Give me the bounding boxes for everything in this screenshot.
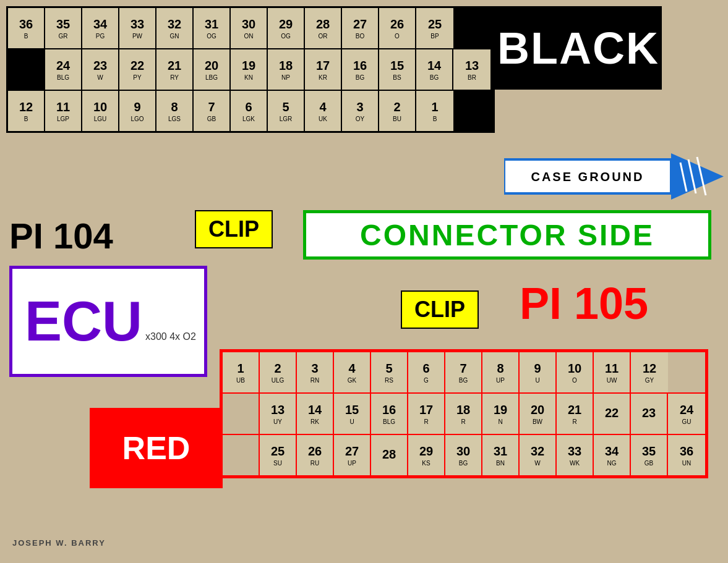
pin-cell-red-11: 11UW: [594, 352, 631, 392]
pin-cell-red-32: 32W: [520, 435, 557, 475]
pin-cell-red-1: 1UB: [223, 352, 260, 392]
pin-cell-red-26: 26RU: [297, 435, 334, 475]
ecu-text: ECU: [25, 290, 142, 353]
pin-cell-black-18: 18NP: [268, 49, 305, 90]
pin-cell-red-13: 13UY: [260, 394, 297, 434]
pin-cell-red-25: 25SU: [260, 435, 297, 475]
pin-cell-black-17: 17KR: [305, 49, 342, 90]
pin-cell-black-8: 8LGS: [156, 91, 194, 131]
pin-cell-red-8: 8UP: [482, 352, 520, 392]
pin-cell-red-31: 31BN: [482, 435, 520, 475]
pin-cell-black-16: 16BG: [342, 49, 379, 90]
pin-cell-black-6: 6LGK: [231, 91, 268, 131]
pin-cell-black-28: 28OR: [305, 8, 342, 48]
pin-cell-black-33: 33PW: [119, 8, 156, 48]
pin-cell-red-27: 27UP: [334, 435, 371, 475]
empty-cell: [8, 49, 45, 90]
pin-cell-black-12: 12B: [8, 91, 45, 131]
pin-cell-red-36: 36UN: [668, 435, 705, 475]
case-ground-arrow-svg: CASE GROUND: [504, 153, 724, 200]
pin-cell-red-18: 18R: [445, 394, 482, 434]
black-connector-row-1: 24BLG23W22PY21RY20LBG19KN18NP17KR16BG15B…: [8, 49, 493, 91]
svg-text:CASE GROUND: CASE GROUND: [531, 170, 644, 184]
pin-cell-red-23: 23: [631, 394, 668, 434]
pin-cell-red-7: 7BG: [445, 352, 482, 392]
red-connector-row-2: 25SU26RU27UP2829KS30BG31BN32W33WK34NG35G…: [223, 435, 705, 475]
pin-cell-black-4: 4UK: [305, 91, 342, 131]
pin-cell-black-32: 32GN: [156, 8, 194, 48]
pin-cell-black-26: 26O: [379, 8, 416, 48]
pin-cell-black-21: 21RY: [156, 49, 194, 90]
pin-cell-red-34: 34NG: [594, 435, 631, 475]
pin-cell-black-30: 30ON: [231, 8, 268, 48]
pin-cell-red-16: 16BLG: [371, 394, 408, 434]
pin-cell-black-19: 19KN: [231, 49, 268, 90]
pin-cell-black-34: 34PG: [82, 8, 119, 48]
pin-cell-black-24: 24BLG: [45, 49, 82, 90]
clip-bottom: CLIP: [401, 290, 479, 329]
pin-cell-red-29: 29KS: [408, 435, 445, 475]
pin-cell-red-6: 6G: [408, 352, 445, 392]
pin-cell-red-15: 15U: [334, 394, 371, 434]
red-connector-row-0: 1UB2ULG3RN4GK5RS6G7BG8UP9U10O11UW12GY: [223, 352, 705, 394]
pin-cell-red-21: 21R: [557, 394, 594, 434]
clip-bottom-text: CLIP: [414, 297, 465, 322]
pin-cell-black-7: 7GB: [194, 91, 231, 131]
black-connector: 36B35GR34PG33PW32GN31OG30ON29OG28OR27BO2…: [6, 6, 495, 133]
pin-cell-red-19: 19N: [482, 394, 520, 434]
pin-cell-black-22: 22PY: [119, 49, 156, 90]
pi105-text: PI 105: [520, 279, 648, 328]
pin-cell-red-33: 33WK: [557, 435, 594, 475]
pin-cell-red-3: 3RN: [297, 352, 334, 392]
pin-cell-red-20: 20BW: [520, 394, 557, 434]
pin-cell-black-23: 23W: [82, 49, 119, 90]
pin-cell-black-5: 5LGR: [268, 91, 305, 131]
black-label-text: BLACK: [497, 23, 659, 74]
black-label: BLACK: [495, 6, 662, 90]
pi105-label: PI 105: [520, 278, 648, 329]
pin-cell-black-2: 2BU: [379, 91, 416, 131]
pin-cell-red-35: 35GB: [631, 435, 668, 475]
ecu-sub-text: x300 4x O2: [145, 331, 196, 342]
pin-cell-black-35: 35GR: [45, 8, 82, 48]
case-ground-container: CASE GROUND: [504, 153, 724, 200]
pi104-text: PI 104: [9, 216, 113, 256]
red-label-text: RED: [122, 430, 191, 467]
pin-cell-black-13: 13BR: [453, 49, 490, 90]
pin-cell-black-25: 25BP: [416, 8, 453, 48]
pin-cell-black-9: 9LGO: [119, 91, 156, 131]
author-text: JOSEPH W. BARRY: [12, 538, 106, 548]
pin-cell-red-4: 4GK: [334, 352, 371, 392]
pin-cell-red-2: 2ULG: [260, 352, 297, 392]
pin-cell-red-17: 17R: [408, 394, 445, 434]
pin-cell-red-30: 30BG: [445, 435, 482, 475]
connector-side-box: CONNECTOR SIDE: [303, 210, 711, 260]
pin-cell-black-36: 36B: [8, 8, 45, 48]
clip-top-text: CLIP: [208, 216, 259, 242]
ecu-box: ECU x300 4x O2: [9, 266, 207, 377]
pi104-label: PI 104: [9, 215, 113, 256]
pin-cell-red-5: 5RS: [371, 352, 408, 392]
pin-cell-red-12: 12GY: [631, 352, 668, 392]
black-connector-row-0: 36B35GR34PG33PW32GN31OG30ON29OG28OR27BO2…: [8, 8, 493, 49]
pin-cell-red-22: 22: [594, 394, 631, 434]
red-connector-row-1: 13UY14RK15U16BLG17R18R19N20BW21R222324GU: [223, 394, 705, 435]
pin-cell-black-3: 3OY: [342, 91, 379, 131]
empty-cell-red: [223, 394, 260, 434]
pin-cell-black-27: 27BO: [342, 8, 379, 48]
pin-cell-black-15: 15BS: [379, 49, 416, 90]
black-connector-row-2: 12B11LGP10LGU9LGO8LGS7GB6LGK5LGR4UK3OY2B…: [8, 91, 493, 131]
clip-top: CLIP: [195, 210, 273, 248]
pin-cell-red-28: 28: [371, 435, 408, 475]
connector-side-text: CONNECTOR SIDE: [360, 218, 654, 252]
pin-cell-black-14: 14BG: [416, 49, 453, 90]
empty-cell-red: [223, 435, 260, 475]
pin-cell-black-10: 10LGU: [82, 91, 119, 131]
pin-cell-black-20: 20LBG: [194, 49, 231, 90]
pin-cell-red-14: 14RK: [297, 394, 334, 434]
pin-cell-black-29: 29OG: [268, 8, 305, 48]
pin-cell-black-31: 31OG: [194, 8, 231, 48]
pin-cell-black-1: 1B: [416, 91, 453, 131]
pin-cell-red-24: 24GU: [668, 394, 705, 434]
pin-cell-red-9: 9U: [520, 352, 557, 392]
